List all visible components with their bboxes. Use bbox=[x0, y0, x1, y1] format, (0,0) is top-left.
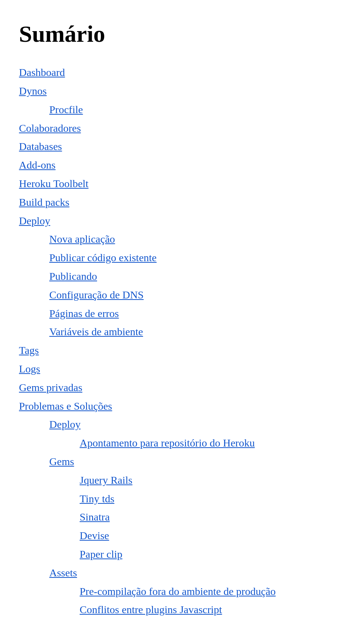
list-item: Dashboard bbox=[19, 64, 345, 81]
toc-link-build-packs[interactable]: Build packs bbox=[19, 196, 69, 208]
toc-link-gems[interactable]: Gems bbox=[49, 456, 74, 467]
list-item: Gems privadas bbox=[19, 379, 345, 396]
list-item: Devise bbox=[19, 527, 345, 544]
toc-link-gems-privadas[interactable]: Gems privadas bbox=[19, 382, 82, 393]
toc-link-publicar-codigo-existente[interactable]: Publicar código existente bbox=[49, 252, 157, 263]
toc-link-problemas-e-solucoes[interactable]: Problemas e Soluções bbox=[19, 400, 112, 412]
page-title: Sumário bbox=[19, 15, 345, 53]
toc-link-devise[interactable]: Devise bbox=[80, 530, 109, 541]
toc-link-add-ons[interactable]: Add-ons bbox=[19, 159, 55, 171]
list-item: Páginas de erros bbox=[19, 305, 345, 322]
toc-link-assets[interactable]: Assets bbox=[49, 567, 77, 579]
list-item: Heroku Toolbelt bbox=[19, 175, 345, 192]
list-item: Variáveis de ambiente bbox=[19, 323, 345, 341]
toc-link-dynos[interactable]: Dynos bbox=[19, 85, 47, 97]
list-item: Pre-compilação fora do ambiente de produ… bbox=[19, 583, 345, 600]
toc-link-publicando[interactable]: Publicando bbox=[49, 270, 97, 282]
toc-link-conflitos-entre-plugins[interactable]: Conflitos entre plugins Javascript bbox=[80, 604, 222, 615]
list-item: Colaboradores bbox=[19, 120, 345, 137]
list-item: Paper clip bbox=[19, 546, 345, 563]
toc-link-dashboard[interactable]: Dashboard bbox=[19, 66, 65, 78]
list-item: Dynos bbox=[19, 83, 345, 100]
list-item: Nova aplicação bbox=[19, 231, 345, 248]
list-item: Configuração de DNS bbox=[19, 287, 345, 304]
toc-link-tiny-tds[interactable]: Tiny tds bbox=[80, 493, 115, 505]
toc-link-nova-aplicacao[interactable]: Nova aplicação bbox=[49, 233, 115, 245]
list-item: Deploy bbox=[19, 416, 345, 433]
toc-link-deploy[interactable]: Deploy bbox=[19, 215, 50, 227]
toc-link-variaveis-de-ambiente[interactable]: Variáveis de ambiente bbox=[49, 326, 143, 338]
list-item: Apontamento para repositório do Heroku bbox=[19, 435, 345, 452]
toc-link-jquery-rails[interactable]: Jquery Rails bbox=[80, 474, 132, 486]
toc-link-tags[interactable]: Tags bbox=[19, 344, 39, 356]
list-item: Add-ons bbox=[19, 157, 345, 174]
toc-link-procfile[interactable]: Procfile bbox=[49, 104, 83, 115]
toc-link-sinatra[interactable]: Sinatra bbox=[80, 511, 110, 523]
toc-link-deploy-problemas[interactable]: Deploy bbox=[49, 418, 80, 430]
list-item: Databases bbox=[19, 138, 345, 155]
list-item: Logs bbox=[19, 361, 345, 378]
toc-link-colaboradores[interactable]: Colaboradores bbox=[19, 122, 81, 134]
list-item: Tiny tds bbox=[19, 491, 345, 508]
toc-link-paper-clip[interactable]: Paper clip bbox=[80, 548, 122, 560]
list-item: Procfile bbox=[19, 101, 345, 118]
toc-link-pre-compilacao[interactable]: Pre-compilação fora do ambiente de produ… bbox=[80, 585, 276, 597]
toc-link-databases[interactable]: Databases bbox=[19, 140, 62, 152]
list-item: Deploy bbox=[19, 213, 345, 230]
toc-link-paginas-de-erros[interactable]: Páginas de erros bbox=[49, 308, 119, 319]
toc-link-configuracao-de-dns[interactable]: Configuração de DNS bbox=[49, 289, 144, 301]
toc-list: DashboardDynosProcfileColaboradoresDatab… bbox=[19, 64, 345, 620]
list-item: Gems bbox=[19, 453, 345, 470]
list-item: Conflitos entre plugins Javascript bbox=[19, 601, 345, 618]
list-item: Jquery Rails bbox=[19, 472, 345, 489]
list-item: Build packs bbox=[19, 194, 345, 211]
list-item: Publicando bbox=[19, 268, 345, 285]
list-item: Publicar código existente bbox=[19, 249, 345, 267]
toc-link-apontamento-para-repositorio[interactable]: Apontamento para repositório do Heroku bbox=[80, 437, 255, 449]
list-item: Assets bbox=[19, 565, 345, 582]
list-item: Sinatra bbox=[19, 509, 345, 526]
list-item: Tags bbox=[19, 342, 345, 359]
toc-link-logs[interactable]: Logs bbox=[19, 363, 40, 375]
toc-link-heroku-toolbelt[interactable]: Heroku Toolbelt bbox=[19, 178, 88, 189]
list-item: Problemas e Soluções bbox=[19, 398, 345, 415]
